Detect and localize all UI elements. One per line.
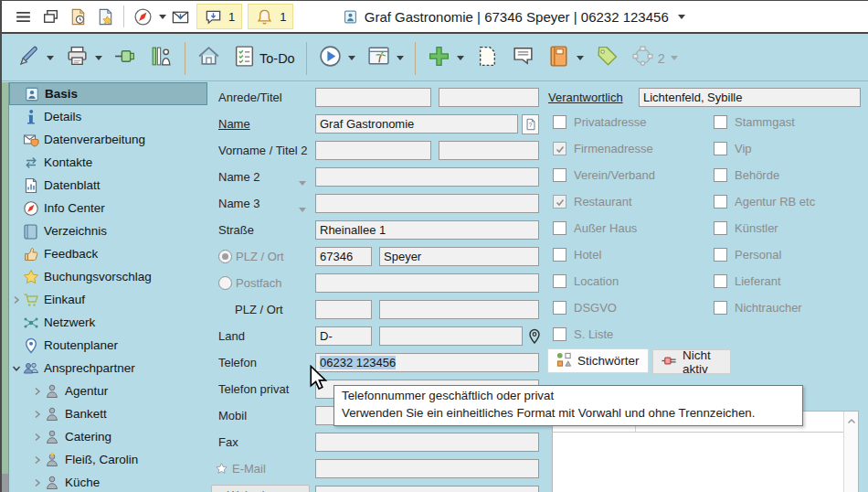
stichwoerter-button[interactable]: Stichwörter bbox=[547, 348, 649, 373]
chevron-right-icon[interactable] bbox=[31, 433, 43, 442]
field-webadresse-input[interactable] bbox=[315, 486, 539, 492]
field-name-input[interactable]: Graf Gastronomie bbox=[315, 114, 518, 134]
sidebar-item-kontakte[interactable]: Kontakte bbox=[9, 151, 207, 174]
chevron-down-icon[interactable] bbox=[299, 181, 306, 186]
checkbox-lieferant[interactable] bbox=[714, 274, 727, 288]
field-land-name-input[interactable] bbox=[379, 326, 523, 346]
field-anrede-titel-input-1[interactable] bbox=[315, 88, 431, 107]
chevron-down-icon[interactable] bbox=[577, 56, 584, 60]
checkbox-location[interactable] bbox=[553, 274, 566, 288]
edit-button[interactable] bbox=[11, 44, 59, 72]
chevron-down-icon[interactable] bbox=[10, 364, 22, 373]
sidebar-item-routenplaner[interactable]: Routenplaner bbox=[9, 334, 207, 357]
field-plz-ort-plz-input[interactable] bbox=[315, 300, 372, 319]
favorite-star-icon[interactable] bbox=[215, 462, 228, 476]
sidebar-item-datenblatt[interactable]: Datenblatt bbox=[9, 174, 207, 197]
field-name-3-input[interactable] bbox=[315, 194, 539, 213]
checkbox-stammgast[interactable] bbox=[714, 115, 727, 129]
envelope-download-icon[interactable] bbox=[169, 5, 191, 27]
collapsed-panel-strip[interactable] bbox=[2, 82, 9, 492]
sidebar-item-einkauf[interactable]: Einkauf bbox=[9, 288, 207, 311]
chevron-down-icon[interactable] bbox=[671, 56, 678, 60]
document-clock-icon[interactable] bbox=[67, 5, 89, 27]
print-button[interactable] bbox=[59, 44, 108, 72]
field-postfach-radio[interactable] bbox=[218, 276, 232, 290]
field-name-2-input[interactable] bbox=[315, 167, 539, 187]
windows-icon[interactable] bbox=[39, 5, 61, 27]
vacation-button[interactable] bbox=[361, 44, 409, 72]
chevron-right-icon[interactable] bbox=[31, 387, 43, 396]
sidebar-item-feedback[interactable]: Feedback bbox=[9, 242, 207, 265]
sidebar-item-verzeichnis[interactable]: Verzeichnis bbox=[9, 219, 207, 242]
checkbox-personal[interactable] bbox=[714, 248, 727, 262]
nicht-aktiv-button[interactable]: Nicht aktiv bbox=[652, 349, 731, 374]
sidebar-item-catering[interactable]: Catering bbox=[9, 425, 207, 448]
todo-button[interactable]: To-Do bbox=[227, 44, 301, 72]
checkbox-privatadresse[interactable] bbox=[553, 115, 566, 129]
sidebar-item-bankett[interactable]: Bankett bbox=[9, 402, 207, 425]
chevron-right-icon[interactable] bbox=[31, 410, 43, 419]
field-strasse-input[interactable]: Rheinallee 1 bbox=[315, 220, 539, 240]
field-plz-ort-plz-input[interactable]: 67346 bbox=[315, 247, 372, 266]
checkbox-s-liste[interactable] bbox=[553, 327, 566, 341]
person-scan-button[interactable] bbox=[143, 44, 179, 72]
chevron-right-icon[interactable] bbox=[31, 478, 43, 487]
menu-icon[interactable] bbox=[12, 5, 34, 27]
field-telefon-input[interactable]: 06232 123456 bbox=[315, 353, 539, 372]
tag-button[interactable] bbox=[589, 44, 625, 72]
workflow-button[interactable]: 2 bbox=[625, 44, 683, 72]
sidebar-item-kuche[interactable]: Küche bbox=[9, 471, 207, 492]
checkbox-restaurant[interactable] bbox=[553, 195, 566, 209]
responsible-label[interactable]: Verantwortlich bbox=[548, 91, 639, 104]
chevron-down-icon[interactable] bbox=[159, 15, 166, 19]
notebook-button[interactable] bbox=[541, 44, 589, 72]
chevron-down-icon[interactable] bbox=[678, 15, 685, 19]
checkbox-behorde[interactable] bbox=[714, 168, 727, 182]
home-button[interactable] bbox=[191, 44, 227, 72]
field-e-mail-input[interactable] bbox=[315, 459, 539, 478]
message-badge[interactable]: 1 bbox=[196, 4, 242, 29]
map-pin-icon[interactable] bbox=[526, 328, 543, 345]
record-title-group[interactable]: Graf Gastronomie | 67346 Speyer | 06232 … bbox=[296, 9, 868, 25]
sidebar-item-basis[interactable]: Basis bbox=[9, 82, 207, 105]
new-draft-button[interactable] bbox=[470, 44, 505, 72]
chevron-down-icon[interactable] bbox=[348, 56, 355, 60]
field-anrede-titel-input-2[interactable] bbox=[439, 88, 539, 107]
start-action-button[interactable] bbox=[312, 44, 361, 72]
field-plz-ort-ort-input[interactable] bbox=[379, 300, 539, 319]
chevron-right-icon[interactable] bbox=[31, 455, 43, 465]
chevron-down-icon[interactable] bbox=[299, 208, 306, 212]
sidebar-item-datenverarbeitung[interactable]: Datenverarbeitung bbox=[9, 128, 207, 151]
sidebar-item-fleiss-carolin[interactable]: Fleiß, Carolin bbox=[9, 448, 207, 471]
field-land-code-input[interactable]: D- bbox=[315, 326, 372, 346]
field-postfach-input[interactable] bbox=[315, 273, 539, 293]
checkbox-nichtraucher[interactable] bbox=[714, 301, 727, 315]
checkbox-verein-verband[interactable] bbox=[553, 168, 566, 182]
field-plz-ort-ort-input[interactable]: Speyer bbox=[379, 247, 539, 266]
alert-badge[interactable]: 1 bbox=[248, 4, 293, 29]
field-plz-ort-radio[interactable] bbox=[218, 250, 232, 263]
responsible-input[interactable]: Lichtenfeld, Sybille bbox=[639, 88, 861, 107]
connect-button[interactable] bbox=[108, 44, 143, 72]
navigation-icon[interactable] bbox=[132, 5, 153, 27]
add-button[interactable] bbox=[421, 44, 470, 72]
checkbox-dsgvo[interactable] bbox=[553, 301, 566, 315]
chevron-down-icon[interactable] bbox=[397, 56, 404, 60]
sidebar-item-details[interactable]: Details bbox=[9, 105, 207, 128]
checkbox-agentur-rb-etc[interactable] bbox=[714, 195, 727, 209]
sidebar-item-agentur[interactable]: Agentur bbox=[9, 380, 207, 402]
name-helper-button[interactable]: ? bbox=[522, 114, 539, 134]
sidebar-item-netzwerk[interactable]: Netzwerk bbox=[9, 311, 207, 334]
field-vorname-titel-2-input-1[interactable] bbox=[315, 141, 431, 160]
chevron-down-icon[interactable] bbox=[95, 56, 102, 60]
checkbox-firmenadresse[interactable] bbox=[553, 142, 566, 155]
chat-button[interactable] bbox=[505, 44, 541, 72]
checkbox-hotel[interactable] bbox=[553, 248, 566, 262]
field-fax-input[interactable] bbox=[315, 433, 539, 452]
chevron-down-icon[interactable] bbox=[457, 56, 464, 60]
checkbox-vip[interactable] bbox=[714, 142, 727, 155]
table-scrollbar[interactable] bbox=[843, 412, 858, 492]
sidebar-item-buchungsvorschlag[interactable]: Buchungsvorschlag bbox=[9, 265, 207, 288]
checkbox-ausser-haus[interactable] bbox=[553, 221, 566, 235]
chevron-right-icon[interactable] bbox=[10, 295, 22, 305]
